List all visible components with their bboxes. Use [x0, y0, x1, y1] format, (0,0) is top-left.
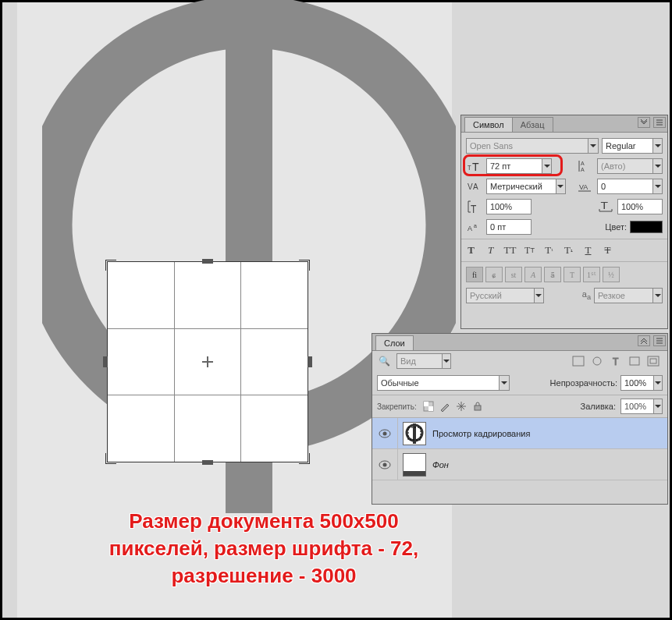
svg-rect-20 — [424, 402, 428, 406]
filter-pixel-icon[interactable] — [571, 354, 586, 368]
tab-paragraph[interactable]: Абзац — [512, 117, 553, 132]
font-size-field[interactable] — [487, 161, 542, 171]
svg-text:T: T — [613, 356, 619, 367]
panel-collapse-icon[interactable] — [638, 117, 650, 128]
layer-name[interactable]: Фон — [432, 460, 449, 469]
superscript-button[interactable]: T¹ — [541, 243, 557, 258]
kerning-field[interactable] — [487, 182, 556, 191]
fill-dd[interactable] — [653, 399, 662, 413]
ot-swash-button[interactable]: A — [524, 267, 542, 282]
panel-tabs: Символ Абзац — [461, 115, 667, 133]
subscript-button[interactable]: T₁ — [560, 243, 577, 258]
antialias-dd[interactable] — [652, 289, 662, 303]
ot-ligatures-button[interactable]: fi — [466, 267, 483, 282]
language-dd[interactable] — [534, 289, 543, 303]
lock-transparent-icon[interactable] — [421, 400, 436, 413]
layer-thumbnail[interactable] — [403, 453, 426, 477]
lock-label: Закрепить: — [377, 402, 417, 411]
blend-mode-field[interactable] — [378, 378, 499, 388]
filter-type-icon[interactable]: T — [608, 354, 624, 368]
svg-point-14 — [593, 357, 601, 365]
hscale-field[interactable] — [618, 202, 662, 211]
smallcaps-button[interactable]: TT — [521, 243, 538, 258]
kerning-dd[interactable] — [556, 179, 565, 193]
layer-thumbnail[interactable] — [403, 422, 426, 445]
crop-handle-r[interactable] — [308, 356, 312, 367]
font-style-field[interactable] — [603, 141, 652, 151]
crop-handle-tr[interactable] — [299, 260, 310, 271]
font-family-dd[interactable] — [588, 139, 598, 153]
ot-ordinals-button[interactable]: 1ˢᵗ — [583, 267, 600, 282]
language-field[interactable] — [467, 291, 534, 300]
leading-field[interactable] — [598, 161, 652, 171]
crop-handle-tl[interactable] — [105, 260, 116, 271]
ot-fractions-button[interactable]: ½ — [603, 267, 620, 282]
tab-layers[interactable]: Слои — [375, 335, 414, 350]
tracking-dd[interactable] — [652, 179, 662, 193]
crop-box[interactable] — [107, 261, 308, 462]
tracking-field[interactable] — [598, 182, 652, 191]
vscale-field[interactable] — [487, 202, 531, 211]
panel-menu-icon[interactable] — [653, 117, 666, 128]
strikethrough-button[interactable]: T — [599, 243, 616, 258]
layers-collapse-icon[interactable] — [638, 335, 650, 346]
ot-titling-button[interactable]: T — [564, 267, 581, 282]
crop-handle-t[interactable] — [202, 259, 213, 264]
layer-name[interactable]: Просмотр кадрирования — [432, 429, 530, 438]
svg-point-29 — [383, 462, 387, 466]
crop-handle-l[interactable] — [103, 356, 108, 367]
opacity-label: Непрозрачность: — [550, 378, 617, 388]
svg-text:T: T — [471, 203, 476, 213]
annotation-line: пикселей, размер шрифта - 72, — [57, 535, 471, 562]
lock-position-icon[interactable] — [454, 400, 468, 413]
layer-filter-dd[interactable] — [442, 354, 451, 368]
bold-button[interactable]: T — [463, 243, 479, 258]
visibility-toggle-icon[interactable] — [372, 429, 397, 438]
opacity-dd[interactable] — [653, 376, 662, 390]
crop-handle-b[interactable] — [202, 460, 213, 465]
layer-row[interactable]: Просмотр кадрирования — [372, 418, 667, 449]
svg-rect-17 — [648, 356, 659, 366]
blend-mode-dd[interactable] — [499, 376, 509, 390]
text-color-swatch[interactable] — [630, 221, 663, 233]
lock-pixels-icon[interactable] — [438, 400, 452, 413]
antialias-field[interactable] — [595, 291, 652, 300]
svg-text:V: V — [468, 182, 473, 191]
layers-list: Просмотр кадрирования Фон — [372, 418, 667, 480]
layer-filter-kind[interactable] — [397, 356, 442, 366]
fill-field[interactable] — [621, 402, 653, 411]
font-family-field[interactable] — [467, 141, 588, 151]
opacity-field[interactable] — [621, 378, 653, 388]
italic-button[interactable]: T — [482, 243, 499, 258]
fill-label: Заливка: — [581, 402, 616, 411]
filter-adjustment-icon[interactable] — [589, 354, 605, 368]
layer-row[interactable]: Фон — [372, 449, 667, 480]
lock-all-icon[interactable] — [471, 400, 485, 413]
crop-handle-bl[interactable] — [105, 453, 116, 464]
svg-rect-18 — [650, 359, 656, 363]
search-icon: 🔍 — [375, 356, 393, 367]
annotation-text: Размер документа 500х500 пикселей, разме… — [57, 508, 471, 590]
opentype-row: fi ɕ st A ā̄ T 1ˢᵗ ½ — [466, 265, 663, 287]
font-size-dd[interactable] — [542, 159, 551, 173]
leading-dd[interactable] — [652, 159, 662, 173]
type-style-row: T T TT TT T¹ T₁ T T — [461, 239, 667, 262]
ot-stylistic-button[interactable]: ā̄ — [544, 267, 561, 282]
baseline-field[interactable] — [487, 222, 531, 232]
hscale-icon: T — [597, 200, 614, 213]
visibility-toggle-icon[interactable] — [372, 460, 397, 469]
filter-smart-icon[interactable] — [645, 354, 661, 368]
underline-button[interactable]: T — [580, 243, 596, 258]
character-panel: Символ Абзац тT AA VA VA T — [460, 115, 668, 329]
crop-handle-br[interactable] — [299, 453, 310, 464]
allcaps-button[interactable]: TT — [502, 243, 518, 258]
aa-icon: aa — [582, 289, 591, 301]
annotation-line: разрешение - 3000 — [57, 562, 471, 590]
tab-character[interactable]: Символ — [464, 117, 513, 132]
ot-discretionary-button[interactable]: st — [505, 267, 522, 282]
layers-menu-icon[interactable] — [653, 335, 666, 346]
svg-rect-26 — [413, 423, 416, 444]
font-style-dd[interactable] — [652, 139, 662, 153]
filter-shape-icon[interactable] — [627, 354, 642, 368]
ot-contextual-button[interactable]: ɕ — [485, 267, 503, 282]
